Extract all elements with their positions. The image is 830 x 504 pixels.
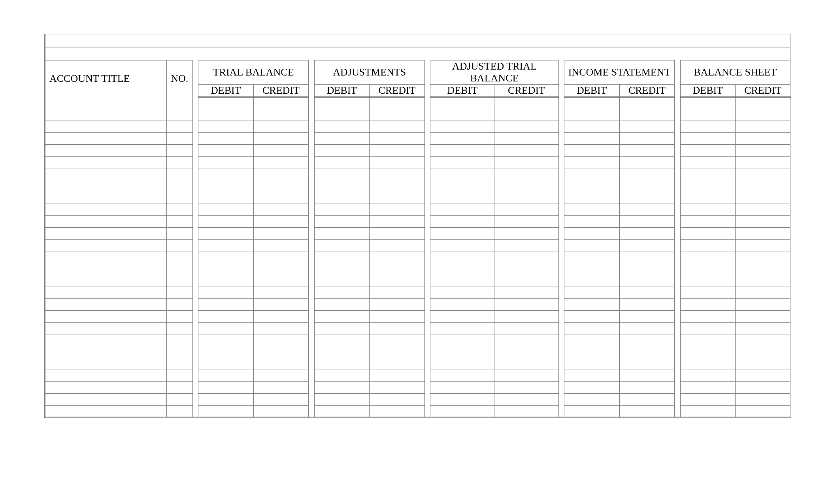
cell (430, 381, 494, 393)
is-credit: CREDIT (619, 84, 675, 97)
cell (494, 97, 558, 109)
cell (680, 334, 736, 346)
cell (736, 204, 791, 215)
cell (370, 370, 425, 381)
cell (558, 132, 564, 144)
cell (494, 275, 558, 287)
cell (424, 180, 430, 192)
cell (192, 227, 198, 239)
cell (253, 405, 309, 417)
cell (564, 97, 619, 109)
cell (430, 204, 494, 215)
cell (370, 215, 425, 227)
cell (45, 346, 167, 358)
cell (430, 310, 494, 322)
cell (430, 393, 494, 405)
cell (198, 346, 254, 358)
cell (424, 393, 430, 405)
atb-credit: CREDIT (494, 84, 558, 97)
cell (675, 346, 680, 358)
cell (192, 251, 198, 263)
cell (564, 239, 619, 251)
cell (564, 275, 619, 287)
cell (619, 405, 675, 417)
cell (253, 204, 309, 215)
cell (619, 370, 675, 381)
cell (370, 97, 425, 109)
cell (430, 405, 494, 417)
cell (430, 132, 494, 144)
cell (558, 298, 564, 310)
cell (558, 322, 564, 334)
cell (736, 215, 791, 227)
cell (619, 239, 675, 251)
col-no: NO. (166, 60, 192, 97)
cell (314, 263, 370, 275)
cell (45, 156, 167, 168)
cell (45, 275, 167, 287)
cell (198, 132, 254, 144)
cell (314, 251, 370, 263)
cell (619, 144, 675, 156)
cell (494, 251, 558, 263)
cell (736, 358, 791, 370)
cell (198, 405, 254, 417)
cell (198, 287, 254, 298)
cell (558, 180, 564, 192)
cell (166, 334, 192, 346)
cell (198, 275, 254, 287)
cell (558, 358, 564, 370)
cell (309, 298, 314, 310)
cell (166, 97, 192, 109)
cell (314, 227, 370, 239)
cell (198, 168, 254, 180)
cell (680, 358, 736, 370)
cell (494, 405, 558, 417)
cell (45, 310, 167, 322)
cell (680, 251, 736, 263)
col-account-title: ACCOUNT TITLE (45, 60, 167, 97)
cell (558, 156, 564, 168)
worksheet-table: ACCOUNT TITLE NO. TRIAL BALANCE ADJUSTME… (44, 34, 791, 418)
cell (253, 298, 309, 310)
cell (309, 180, 314, 192)
cell (680, 381, 736, 393)
cell (680, 239, 736, 251)
table-row (45, 298, 791, 310)
cell (675, 121, 680, 132)
cell (198, 204, 254, 215)
cell (370, 393, 425, 405)
cell (370, 251, 425, 263)
cell (736, 334, 791, 346)
title-row-2 (45, 47, 791, 60)
cell (309, 121, 314, 132)
cell (558, 275, 564, 287)
table-row (45, 227, 791, 239)
cell (424, 275, 430, 287)
cell (424, 263, 430, 275)
cell (558, 227, 564, 239)
cell (736, 263, 791, 275)
cell (192, 334, 198, 346)
cell (430, 263, 494, 275)
cell (424, 168, 430, 180)
cell (564, 204, 619, 215)
cell (619, 393, 675, 405)
cell (675, 180, 680, 192)
cell (736, 381, 791, 393)
cell (309, 192, 314, 204)
cell (564, 358, 619, 370)
cell (370, 263, 425, 275)
cell (370, 346, 425, 358)
cell (192, 370, 198, 381)
cell (675, 251, 680, 263)
cell (619, 215, 675, 227)
cell (253, 227, 309, 239)
cell (45, 298, 167, 310)
cell (564, 405, 619, 417)
cell (675, 144, 680, 156)
group-trial-balance: TRIAL BALANCE (198, 60, 309, 85)
cell (253, 109, 309, 121)
cell (680, 322, 736, 334)
cell (166, 263, 192, 275)
